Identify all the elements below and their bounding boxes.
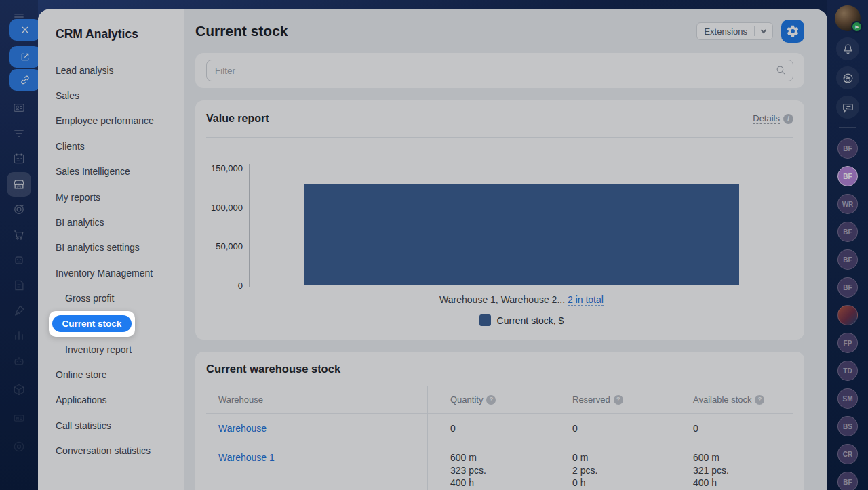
sidebar-item-call-statistics[interactable]: Call statistics — [38, 413, 184, 438]
col-quantity: Quantity? — [438, 394, 560, 405]
sidebar-item-gross-profit[interactable]: Gross profit — [38, 286, 184, 311]
user-avatar[interactable]: SM — [837, 388, 858, 409]
external-link-icon[interactable] — [9, 46, 41, 68]
sign-pen-icon[interactable] — [11, 302, 27, 319]
filter-input[interactable] — [206, 60, 793, 81]
messenger-icon[interactable] — [836, 96, 859, 119]
table-row: Warehouse 1 600 m 323 pcs. 400 h 0 m 2 p… — [206, 443, 793, 490]
user-avatar[interactable]: BF — [837, 222, 858, 242]
content-header: Current stock Extensions — [195, 9, 804, 53]
link-icon[interactable] — [9, 69, 41, 91]
hd-icon[interactable] — [11, 410, 27, 426]
bar-chart-icon[interactable] — [11, 327, 27, 344]
quantity-value: 600 m 323 pcs. 400 h — [438, 451, 560, 489]
package-icon[interactable] — [11, 382, 27, 398]
warehouse-link[interactable]: Warehouse 1 — [218, 452, 275, 463]
user-avatar[interactable]: BF — [837, 472, 858, 490]
bot-icon[interactable] — [11, 353, 27, 369]
user-avatar[interactable]: BF — [837, 138, 858, 159]
page-title: Current stock — [195, 23, 288, 39]
table-row: Warehouse 0 0 0 — [206, 413, 793, 443]
help-icon[interactable]: ? — [614, 395, 623, 405]
close-icon[interactable] — [9, 19, 41, 41]
user-avatar[interactable]: CR — [837, 444, 858, 464]
y-axis-tick: 0 — [238, 281, 243, 291]
sidebar-item-bi-analytics-settings[interactable]: BI analytics settings — [38, 235, 184, 260]
in-total-link[interactable]: 2 in total — [568, 294, 604, 306]
status-play-badge: ▶ — [851, 21, 863, 33]
help-icon[interactable]: ? — [755, 395, 764, 405]
current-user-avatar[interactable]: ▶ — [835, 5, 861, 31]
sidebar-item-conversation-statistics[interactable]: Conversation statistics — [38, 438, 184, 463]
details-link[interactable]: Details i — [753, 113, 793, 124]
available-value: 600 m 321 pcs. 400 h — [681, 451, 793, 489]
crm-target-icon[interactable] — [11, 201, 27, 218]
sidebar-item-clients[interactable]: Clients — [38, 134, 184, 159]
notifications-bell-icon[interactable] — [836, 37, 859, 60]
contact-card-icon[interactable] — [11, 100, 27, 116]
quantity-value: 0 — [438, 422, 560, 434]
robot-icon[interactable] — [11, 252, 27, 268]
document-icon[interactable] — [11, 277, 27, 293]
legend-swatch — [479, 314, 491, 326]
warehouse-table: Warehouse Quantity? Reserved? Available … — [206, 386, 793, 490]
bar-current-stock[interactable] — [304, 184, 739, 285]
current-stock-bar-chart: 150,000 100,000 50,000 0 — [206, 164, 793, 287]
rail-settings-icon[interactable] — [11, 438, 27, 455]
extensions-dropdown[interactable]: Extensions — [696, 22, 773, 40]
content-area: Current stock Extensions — [184, 9, 827, 490]
right-people-rail: ▶ BF BF WR BF BF BF FP TD SM BS CR BF — [827, 0, 868, 490]
sidebar-item-lead-analysis[interactable]: Lead analysis — [38, 58, 184, 83]
left-app-rail — [0, 0, 38, 490]
user-avatar[interactable]: FP — [837, 333, 858, 353]
sidebar-item-sales[interactable]: Sales — [38, 83, 184, 108]
sidebar-item-applications[interactable]: Applications — [38, 388, 184, 413]
user-avatar[interactable]: TD — [837, 361, 858, 381]
available-value: 0 — [681, 422, 793, 434]
settings-button[interactable] — [781, 20, 804, 43]
sidebar-item-my-reports[interactable]: My reports — [38, 184, 184, 209]
store-icon[interactable] — [7, 172, 31, 197]
user-avatar[interactable]: BF — [837, 249, 858, 270]
table-header-row: Warehouse Quantity? Reserved? Available … — [206, 386, 793, 413]
warehouse-stock-card: Current warehouse stock Warehouse Quanti… — [195, 352, 804, 490]
cart-icon[interactable] — [11, 226, 27, 243]
user-avatar[interactable]: BF — [837, 277, 858, 298]
y-axis-line — [249, 164, 250, 287]
search-icon[interactable] — [775, 64, 787, 79]
sidebar-item-inventory-management[interactable]: Inventory Management — [38, 260, 184, 285]
sidebar-item-employee-performance[interactable]: Employee performance — [38, 108, 184, 134]
user-avatar[interactable]: WR — [837, 194, 858, 214]
user-avatar-active[interactable]: BF — [837, 166, 858, 186]
legend-label: Current stock, $ — [497, 315, 564, 326]
col-available-stock: Available stock? — [681, 394, 793, 405]
info-icon[interactable]: i — [783, 114, 793, 124]
copilot-icon[interactable] — [836, 66, 859, 89]
extensions-label: Extensions — [697, 26, 754, 37]
y-axis-tick: 100,000 — [211, 203, 243, 213]
x-axis-caption: Warehouse 1, Warehouse 2... 2 in total — [304, 294, 739, 305]
crm-analytics-sidebar: CRM Analytics Lead analysis Sales Employ… — [38, 9, 184, 490]
sidebar-item-sales-intelligence[interactable]: Sales Intelligence — [38, 159, 184, 184]
value-report-card: Value report Details i 150,000 100,000 5… — [195, 100, 804, 340]
col-reserved: Reserved? — [560, 394, 681, 405]
tasks-calendar-icon[interactable] — [11, 150, 27, 167]
table-column-divider — [427, 386, 428, 490]
sidebar-item-bi-analytics[interactable]: BI analytics — [38, 209, 184, 234]
user-avatar[interactable]: BS — [837, 416, 858, 436]
sidebar-item-online-store[interactable]: Online store — [38, 362, 184, 387]
gear-icon — [786, 24, 800, 38]
warehouse-link[interactable]: Warehouse — [218, 423, 267, 434]
chevron-down-icon — [755, 28, 772, 35]
crm-analytics-panel: CRM Analytics Lead analysis Sales Employ… — [38, 9, 827, 490]
chart-legend: Current stock, $ — [304, 314, 739, 326]
filter-card — [195, 53, 804, 88]
funnel-icon[interactable] — [11, 125, 27, 142]
details-label: Details — [753, 113, 780, 124]
help-icon[interactable]: ? — [486, 395, 496, 405]
panel-title: CRM Analytics — [38, 27, 184, 41]
sidebar-item-inventory-report[interactable]: Inventory report — [38, 337, 184, 362]
sidebar-item-current-stock[interactable]: Current stock — [49, 311, 135, 337]
user-avatar-photo[interactable] — [837, 305, 858, 325]
sidebar-nav: Lead analysis Sales Employee performance… — [38, 58, 184, 464]
